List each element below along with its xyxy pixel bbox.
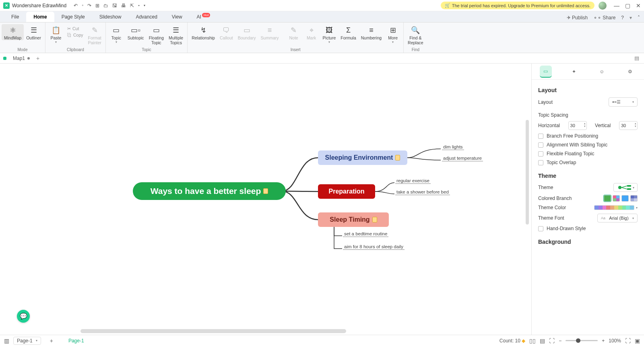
note-indicator-icon[interactable] <box>395 155 400 161</box>
mark-button[interactable]: ⌖Mark <box>303 24 320 40</box>
more-button[interactable]: ⊞More▾ <box>384 24 402 44</box>
menu-slideshow[interactable]: Slideshow <box>92 12 129 22</box>
zoom-in-button[interactable]: + <box>602 338 605 344</box>
zoom-level[interactable]: 100% <box>609 338 621 344</box>
branch-color-swatch[interactable] <box>604 195 611 202</box>
collapse-panel-icon[interactable]: ▣ <box>635 338 640 344</box>
undo-icon[interactable]: ↶ <box>74 3 78 8</box>
share-button[interactable]: ⚬⚬Share <box>593 15 615 21</box>
theme-font-dropdown[interactable]: AaArial (Big)▾ <box>597 214 638 222</box>
zoom-thumb[interactable] <box>576 338 580 343</box>
close-icon[interactable]: ✕ <box>636 2 641 9</box>
flex-float-checkbox[interactable]: Flexible Floating Topic <box>538 151 638 157</box>
pages-panel-icon[interactable]: ▥ <box>4 338 9 344</box>
topic-button[interactable]: ▭Topic▾ <box>107 24 125 44</box>
panel-toggle-icon[interactable]: ▤ <box>634 55 639 61</box>
subtopic-button[interactable]: ▭▫Subtopic <box>125 24 147 40</box>
maximize-icon[interactable]: ▢ <box>625 2 630 9</box>
branch-free-checkbox[interactable]: Branch Free Positioning <box>538 133 638 139</box>
view-mode-1-icon[interactable]: ▯▯ <box>529 338 536 344</box>
menu-view[interactable]: View <box>165 12 190 22</box>
leaf-topic[interactable]: set a bedtime routine <box>343 231 388 237</box>
find-replace-button[interactable]: 🔍Find & Replace <box>405 24 426 45</box>
outliner-mode-button[interactable]: ☰Outliner <box>24 24 43 40</box>
fit-view-icon[interactable]: ⛶ <box>549 338 555 344</box>
theme-dropdown[interactable]: ▾ <box>613 183 638 192</box>
menu-page-style[interactable]: Page Style <box>54 12 92 22</box>
leaf-topic[interactable]: aim for 8 hours of sleep daily <box>343 244 405 250</box>
mindmap-mode-button[interactable]: ⚛MindMap <box>2 24 24 40</box>
align-sibling-checkbox[interactable]: Alignment With Sibling Topic <box>538 142 638 148</box>
menu-home[interactable]: Home <box>26 12 54 22</box>
new-icon[interactable]: ⊞ <box>95 3 99 8</box>
leaf-topic[interactable]: dim lights <box>442 144 464 150</box>
zoom-slider[interactable] <box>566 340 598 341</box>
root-topic[interactable]: Ways to have a better sleep <box>133 182 286 200</box>
help-caret-icon[interactable]: ▾ <box>630 15 632 21</box>
branch-color-swatch[interactable] <box>613 195 620 202</box>
floating-topic-button[interactable]: ▭Floating Topic <box>147 24 166 45</box>
copy-button[interactable]: ⿻Copy <box>66 32 85 38</box>
add-page-button[interactable]: + <box>50 338 53 344</box>
redo-icon[interactable]: ↷ <box>87 3 91 8</box>
topic-preparation[interactable]: Preparation <box>318 184 375 199</box>
menu-advanced[interactable]: Advanced <box>128 12 164 22</box>
multiple-topics-button[interactable]: ☰Multiple Topics <box>166 24 186 45</box>
leaf-topic[interactable]: adjust temperature <box>442 155 483 161</box>
topic-sleep-timing[interactable]: Sleep Timing <box>318 212 389 227</box>
print-icon[interactable]: 🖶 <box>121 3 126 8</box>
note-indicator-icon[interactable] <box>372 217 377 222</box>
leaf-topic[interactable]: take a shower before bed <box>395 189 450 195</box>
minimize-icon[interactable]: — <box>614 2 619 9</box>
save-icon[interactable]: 🖫 <box>112 3 117 8</box>
vertical-spacing-input[interactable]: 30▴▾ <box>619 121 638 130</box>
zoom-out-button[interactable]: − <box>559 338 561 344</box>
view-mode-2-icon[interactable]: ▤ <box>540 338 545 344</box>
export-icon[interactable]: ⇱ <box>130 3 134 8</box>
trial-banner[interactable]: 🛒 The trial period has expired. Upgrade … <box>441 2 594 9</box>
collapse-ribbon-icon[interactable]: ˄ <box>638 15 640 21</box>
horizontal-spacing-input[interactable]: 30▴▾ <box>568 121 587 130</box>
hand-drawn-checkbox[interactable]: Hand-Drawn Style <box>538 226 638 231</box>
spinner-icon[interactable]: ▴▾ <box>584 122 586 128</box>
canvas[interactable]: Ways to have a better sleep Sleeping Env… <box>0 64 531 335</box>
menu-ai[interactable]: AIHot <box>190 12 217 22</box>
cut-button[interactable]: ✂Cut <box>66 26 85 31</box>
boundary-button[interactable]: ▭Boundary <box>235 24 258 40</box>
page-tab[interactable]: Page-1 <box>68 338 84 344</box>
layout-dropdown[interactable]: ⊷☰▾ <box>609 97 638 107</box>
panel-tab-settings[interactable]: ⚙ <box>624 66 636 78</box>
menu-file[interactable]: File <box>4 12 26 22</box>
relationship-button[interactable]: ↯Relationship <box>189 24 217 40</box>
topic-sleeping-environment[interactable]: Sleeping Environment <box>318 150 407 165</box>
help-icon[interactable]: ? <box>621 15 624 21</box>
chat-fab-button[interactable]: 💬 <box>17 310 30 323</box>
format-painter-button[interactable]: ✎Format Painter <box>85 24 103 45</box>
summary-button[interactable]: ≡Summary <box>258 24 281 40</box>
panel-tab-style[interactable]: ✦ <box>568 66 580 78</box>
user-avatar[interactable] <box>599 2 607 10</box>
overlap-checkbox[interactable]: Topic Overlap <box>538 160 638 165</box>
note-button[interactable]: ✎Note <box>285 24 303 40</box>
note-indicator-icon[interactable] <box>263 188 268 194</box>
numbering-button[interactable]: ≡Numbering <box>359 24 384 40</box>
branch-color-swatch[interactable] <box>630 195 638 202</box>
quick-access-more-icon[interactable]: ▾ <box>144 4 145 7</box>
panel-tab-icons[interactable]: ☺ <box>596 66 608 78</box>
new-tab-button[interactable]: + <box>36 55 39 62</box>
page-select-dropdown[interactable]: Page-1▾ <box>13 337 41 345</box>
paste-button[interactable]: 📋Paste▾ <box>47 24 65 44</box>
formula-button[interactable]: ΣFormula <box>338 24 359 40</box>
horizontal-scrollbar[interactable] <box>80 329 346 333</box>
publish-button[interactable]: ✈Publish <box>567 15 588 21</box>
picture-button[interactable]: 🖼Picture▾ <box>320 24 339 44</box>
document-tab[interactable]: Map1 <box>9 56 34 61</box>
panel-tab-layout[interactable]: ▭ <box>540 66 552 78</box>
theme-color-strip[interactable] <box>594 205 634 210</box>
spinner-icon[interactable]: ▴▾ <box>635 122 636 128</box>
open-icon[interactable]: 🗀 <box>103 3 108 8</box>
vertical-scrollbar[interactable] <box>526 120 529 224</box>
leaf-topic[interactable]: regular exercise <box>395 178 431 184</box>
branch-color-swatch[interactable] <box>621 195 629 202</box>
chevron-down-icon[interactable]: ▾ <box>636 206 638 210</box>
